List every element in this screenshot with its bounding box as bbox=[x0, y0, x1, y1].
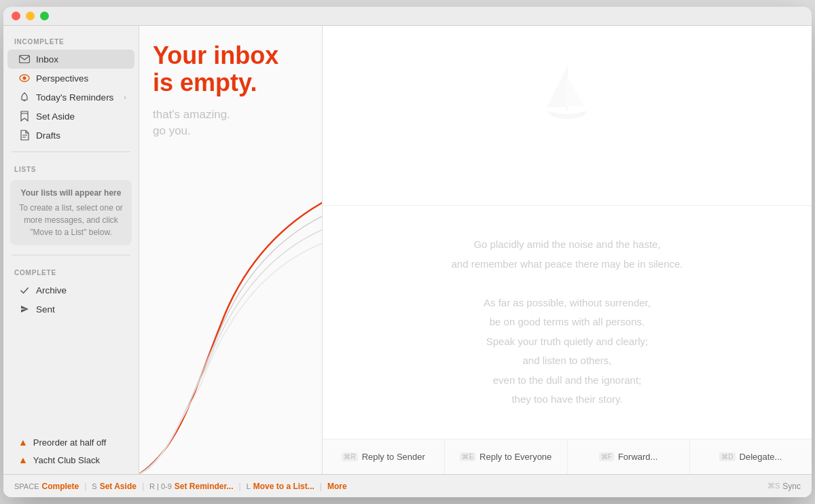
status-bar: SPACE Complete | S Set Aside | R | 0-9 S… bbox=[3, 474, 812, 497]
close-button[interactable] bbox=[12, 12, 20, 20]
reply-sender-kbd: ⌘R bbox=[342, 452, 357, 461]
detail-panel: Go placidly amid the noise and the haste… bbox=[323, 26, 812, 474]
sync-kbd: ⌘S bbox=[767, 482, 780, 490]
sync-button[interactable]: ⌘S Sync bbox=[767, 482, 801, 491]
divider-1 bbox=[12, 151, 130, 152]
poem-line-3: As far as possible, without surrender, bbox=[451, 293, 683, 313]
lists-placeholder: Your lists will appear here To create a … bbox=[10, 180, 132, 245]
eye-icon bbox=[18, 72, 31, 84]
notification-yachtclub[interactable]: ▲ Yacht Club Slack bbox=[7, 451, 134, 469]
sidebar-item-label-drafts: Drafts bbox=[36, 130, 60, 141]
reply-everyone-label: Reply to Everyone bbox=[479, 452, 551, 462]
title-bar bbox=[3, 7, 812, 26]
sidebar-item-perspectives[interactable]: Perspectives bbox=[7, 69, 134, 88]
sidebar-item-inbox[interactable]: Inbox bbox=[7, 50, 134, 69]
checkmark-icon bbox=[18, 284, 31, 296]
status-key-r: R | 0-9 bbox=[149, 482, 172, 490]
section-label-lists: LISTS bbox=[3, 159, 139, 177]
sailboat-icon bbox=[540, 60, 594, 130]
sidebar-item-label-reminders: Today's Reminders bbox=[36, 92, 113, 103]
minimize-button[interactable] bbox=[26, 12, 35, 20]
sidebar: INCOMPLETE Inbox bbox=[3, 26, 139, 474]
forward-label: Forward... bbox=[618, 452, 658, 462]
doc-icon bbox=[18, 129, 31, 141]
bell-icon bbox=[18, 91, 31, 103]
poem-line-blank bbox=[451, 274, 683, 293]
poem-line-6: and listen to others, bbox=[451, 351, 683, 371]
main-area: INCOMPLETE Inbox bbox=[3, 26, 812, 474]
sidebar-item-sent[interactable]: Sent bbox=[7, 300, 134, 319]
chevron-right-icon: › bbox=[124, 93, 126, 101]
forward-kbd: ⌘F bbox=[599, 452, 614, 461]
reply-everyone-kbd: ⌘E bbox=[460, 452, 475, 461]
delegate-kbd: ⌘D bbox=[719, 452, 735, 461]
alert-icon-1: ▲ bbox=[18, 437, 28, 448]
maximize-button[interactable] bbox=[40, 12, 49, 20]
reply-sender-label: Reply to Sender bbox=[362, 452, 425, 462]
notification-label-preorder: Preorder at half off bbox=[33, 437, 106, 448]
sidebar-item-reminders[interactable]: Today's Reminders › bbox=[7, 88, 134, 107]
forward-button[interactable]: ⌘F Forward... bbox=[568, 439, 690, 474]
poem-line-1: Go placidly amid the noise and the haste… bbox=[451, 235, 683, 255]
status-action-complete[interactable]: Complete bbox=[41, 482, 79, 491]
section-label-complete: COMPLETE bbox=[3, 262, 139, 281]
sidebar-item-label-archive: Archive bbox=[36, 285, 67, 295]
poem-line-8: they too have their story. bbox=[451, 390, 683, 410]
sidebar-item-label-sent: Sent bbox=[36, 304, 55, 314]
sidebar-item-label-inbox: Inbox bbox=[36, 54, 58, 65]
poem-text: Go placidly amid the noise and the haste… bbox=[451, 235, 683, 410]
status-key-l: L bbox=[247, 482, 251, 490]
alert-icon-2: ▲ bbox=[18, 454, 28, 465]
curves-illustration bbox=[139, 189, 322, 474]
divider-2 bbox=[12, 255, 130, 255]
detail-poem-area: Go placidly amid the noise and the haste… bbox=[323, 206, 812, 439]
poem-line-5: Speak your truth quietly and clearly; bbox=[451, 332, 683, 352]
inbox-empty-title: Your inbox is empty. bbox=[153, 42, 308, 96]
traffic-lights bbox=[12, 12, 49, 20]
action-bar: ⌘R Reply to Sender ⌘E Reply to Everyone … bbox=[323, 439, 812, 474]
send-icon bbox=[18, 303, 31, 315]
poem-line-4: be on good terms with all persons. bbox=[451, 312, 683, 332]
poem-line-7: even to the dull and the ignorant; bbox=[451, 371, 683, 391]
sidebar-item-drafts[interactable]: Drafts bbox=[7, 126, 134, 145]
notification-label-yachtclub: Yacht Club Slack bbox=[33, 455, 100, 465]
notification-preorder[interactable]: ▲ Preorder at half off bbox=[7, 433, 134, 451]
sync-label: Sync bbox=[782, 482, 801, 491]
delegate-button[interactable]: ⌘D Delegate... bbox=[690, 439, 812, 474]
notification-items: ▲ Preorder at half off ▲ Yacht Club Slac… bbox=[3, 433, 139, 469]
detail-top-area bbox=[323, 26, 812, 206]
status-key-s: S bbox=[92, 482, 96, 490]
bookmark-icon bbox=[18, 110, 31, 122]
lists-placeholder-body: To create a list, select one or more mes… bbox=[18, 202, 124, 238]
sidebar-item-label-perspectives: Perspectives bbox=[36, 73, 88, 84]
inbox-empty-subtitle: that's amazing. go you. bbox=[153, 107, 308, 139]
status-action-reminder[interactable]: Set Reminder... bbox=[175, 482, 234, 491]
section-label-incomplete: INCOMPLETE bbox=[3, 31, 139, 50]
status-action-more[interactable]: More bbox=[327, 482, 347, 491]
sidebar-item-set-aside[interactable]: Set Aside bbox=[7, 107, 134, 126]
svg-point-2 bbox=[23, 77, 26, 80]
poem-line-2: and remember what peace there may be in … bbox=[451, 255, 683, 274]
reply-everyone-button[interactable]: ⌘E Reply to Everyone bbox=[445, 439, 567, 474]
delegate-label: Delegate... bbox=[740, 452, 782, 462]
lists-placeholder-title: Your lists will appear here bbox=[18, 187, 124, 199]
status-key-space: SPACE bbox=[14, 482, 39, 490]
status-action-move-list[interactable]: Move to a List... bbox=[253, 482, 314, 491]
message-list-panel: Your inbox is empty. that's amazing. go … bbox=[139, 26, 323, 474]
app-window: INCOMPLETE Inbox bbox=[3, 7, 812, 497]
sidebar-item-archive[interactable]: Archive bbox=[7, 281, 134, 300]
status-action-set-aside[interactable]: Set Aside bbox=[100, 482, 137, 491]
sidebar-item-label-set-aside: Set Aside bbox=[36, 111, 75, 122]
reply-sender-button[interactable]: ⌘R Reply to Sender bbox=[323, 439, 445, 474]
envelope-icon bbox=[18, 53, 31, 65]
